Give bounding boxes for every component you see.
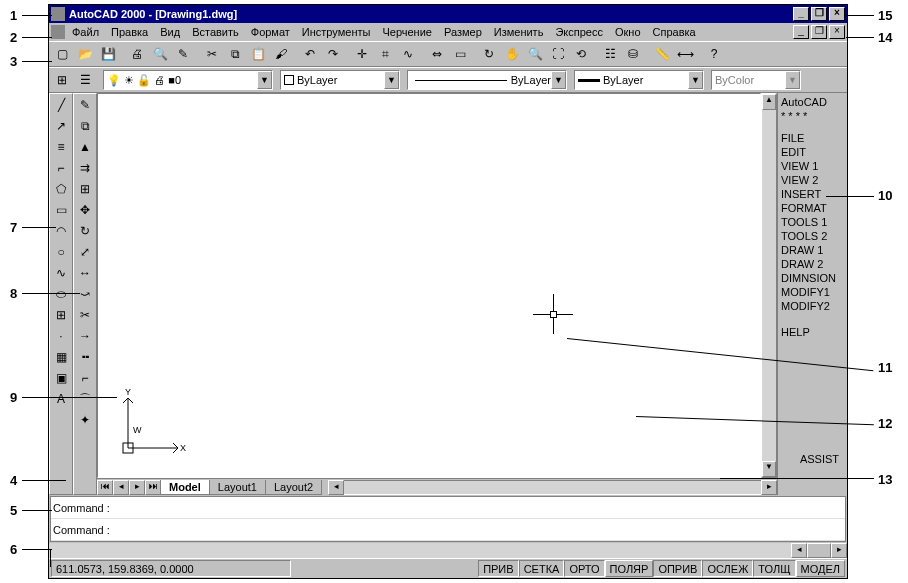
scroll-right-icon[interactable]: ▸ — [761, 480, 777, 495]
screen-menu-edit[interactable]: EDIT — [781, 145, 844, 159]
tab-model[interactable]: Model — [160, 480, 210, 495]
screen-menu-modify2[interactable]: MODIFY2 — [781, 299, 844, 313]
screen-menu-view2[interactable]: VIEW 2 — [781, 173, 844, 187]
tab-layout1[interactable]: Layout1 — [209, 480, 266, 495]
move-icon[interactable]: ✥ — [75, 200, 96, 220]
mirror-icon[interactable]: ▲ — [75, 137, 96, 157]
status-model[interactable]: МОДЕЛ — [796, 560, 845, 577]
scale-icon[interactable]: ⤢ — [75, 242, 96, 262]
fillet-icon[interactable]: ⌒ — [75, 389, 96, 409]
horizontal-scrollbar[interactable]: ◂ ▸ — [328, 480, 777, 495]
tab-layout2[interactable]: Layout2 — [265, 480, 322, 495]
screen-menu-file[interactable]: FILE — [781, 131, 844, 145]
redraw-icon[interactable]: ↻ — [478, 44, 500, 65]
zoom-previous-icon[interactable]: ⟲ — [570, 44, 592, 65]
maximize-button[interactable]: ❐ — [811, 7, 827, 21]
dimension-icon[interactable]: ⟷ — [674, 44, 696, 65]
close-button[interactable]: × — [829, 7, 845, 21]
status-ortho[interactable]: ОРТО — [564, 560, 604, 577]
offset-icon[interactable]: ⇉ — [75, 158, 96, 178]
layers-icon[interactable]: ☰ — [74, 70, 96, 91]
trim-icon[interactable]: ✂ — [75, 305, 96, 325]
menu-draw[interactable]: Черчение — [377, 26, 437, 38]
rotate-icon[interactable]: ↻ — [75, 221, 96, 241]
menu-express[interactable]: Экспресс — [550, 26, 608, 38]
scroll-left-icon[interactable]: ◂ — [328, 480, 344, 495]
cut-icon[interactable]: ✂ — [201, 44, 223, 65]
scroll-down-icon[interactable]: ▼ — [762, 461, 776, 477]
paste-icon[interactable]: 📋 — [247, 44, 269, 65]
screen-menu-assist[interactable]: ASSIST — [800, 452, 839, 466]
spell-icon[interactable]: ✎ — [172, 44, 194, 65]
snap-from-icon[interactable]: ✛ — [351, 44, 373, 65]
ucs-icon[interactable]: ⌗ — [374, 44, 396, 65]
screen-menu-draw2[interactable]: DRAW 2 — [781, 257, 844, 271]
chamfer-icon[interactable]: ⌐ — [75, 368, 96, 388]
xline-icon[interactable]: ↗ — [51, 116, 72, 136]
drawing-area[interactable]: X Y W — [97, 93, 761, 478]
line-icon[interactable]: ╱ — [51, 95, 72, 115]
scroll-thumb[interactable] — [807, 543, 831, 558]
open-icon[interactable]: 📂 — [74, 44, 96, 65]
mline-icon[interactable]: ≡ — [51, 137, 72, 157]
pline-icon[interactable]: ⌐ — [51, 158, 72, 178]
tab-last-icon[interactable]: ⏭ — [145, 480, 161, 495]
command-prompt-line[interactable]: Command : — [51, 519, 845, 541]
mdi-close-button[interactable]: × — [829, 25, 845, 39]
menu-tools[interactable]: Инструменты — [297, 26, 376, 38]
spline-icon[interactable]: ∿ — [51, 263, 72, 283]
print-preview-icon[interactable]: 🔍 — [149, 44, 171, 65]
scroll-left-icon[interactable]: ◂ — [791, 543, 807, 558]
circle-icon[interactable]: ○ — [51, 242, 72, 262]
screen-menu-insert[interactable]: INSERT — [781, 187, 844, 201]
ellipse-icon[interactable]: ⬭ — [51, 284, 72, 304]
copy-obj-icon[interactable]: ⧉ — [75, 116, 96, 136]
print-icon[interactable]: 🖨 — [126, 44, 148, 65]
screen-menu-format[interactable]: FORMAT — [781, 201, 844, 215]
doc-system-icon[interactable] — [51, 25, 65, 39]
command-window[interactable]: Command : Command : — [50, 496, 846, 542]
coordinate-display[interactable]: 611.0573, 159.8369, 0.0000 — [51, 560, 291, 577]
mdi-minimize-button[interactable]: _ — [793, 25, 809, 39]
undo-icon[interactable]: ↶ — [299, 44, 321, 65]
polygon-icon[interactable]: ⬠ — [51, 179, 72, 199]
save-icon[interactable]: 💾 — [97, 44, 119, 65]
mdi-restore-button[interactable]: ❐ — [811, 25, 827, 39]
screen-menu-draw1[interactable]: DRAW 1 — [781, 243, 844, 257]
ruler-icon[interactable]: 📏 — [651, 44, 673, 65]
minimize-button[interactable]: _ — [793, 7, 809, 21]
area-icon[interactable]: ▭ — [449, 44, 471, 65]
dropdown-icon[interactable]: ▼ — [551, 71, 566, 89]
erase-icon[interactable]: ✎ — [75, 95, 96, 115]
break-icon[interactable]: ╍ — [75, 347, 96, 367]
rectangle-icon[interactable]: ▭ — [51, 200, 72, 220]
dropdown-icon[interactable]: ▼ — [688, 71, 703, 89]
screen-menu-modify1[interactable]: MODIFY1 — [781, 285, 844, 299]
layer-combo[interactable]: 💡 ☀ 🔓 🖨 ■ 0 ▼ — [103, 70, 273, 90]
status-otrack[interactable]: ОСЛЕЖ — [702, 560, 753, 577]
text-icon[interactable]: A — [51, 389, 72, 409]
menu-modify[interactable]: Изменить — [489, 26, 549, 38]
screen-menu-view1[interactable]: VIEW 1 — [781, 159, 844, 173]
tab-prev-icon[interactable]: ◂ — [113, 480, 129, 495]
screen-menu-help[interactable]: HELP — [781, 325, 844, 339]
status-lwt[interactable]: ТОЛЩ — [753, 560, 795, 577]
status-snap[interactable]: ПРИВ — [478, 560, 519, 577]
stretch-icon[interactable]: ↔ — [75, 263, 96, 283]
explode-icon[interactable]: ✦ — [75, 410, 96, 430]
menu-insert[interactable]: Вставить — [187, 26, 244, 38]
scroll-up-icon[interactable]: ▲ — [762, 94, 776, 110]
app-icon[interactable] — [51, 7, 65, 21]
tab-next-icon[interactable]: ▸ — [129, 480, 145, 495]
array-icon[interactable]: ⊞ — [75, 179, 96, 199]
tracking-icon[interactable]: ∿ — [397, 44, 419, 65]
arc-icon[interactable]: ◠ — [51, 221, 72, 241]
menu-window[interactable]: Окно — [610, 26, 646, 38]
new-icon[interactable]: ▢ — [51, 44, 73, 65]
pan-icon[interactable]: ✋ — [501, 44, 523, 65]
redo-icon[interactable]: ↷ — [322, 44, 344, 65]
tab-first-icon[interactable]: ⏮ — [97, 480, 113, 495]
lengthen-icon[interactable]: ⤻ — [75, 284, 96, 304]
help-icon[interactable]: ? — [703, 44, 725, 65]
zoom-realtime-icon[interactable]: 🔍 — [524, 44, 546, 65]
